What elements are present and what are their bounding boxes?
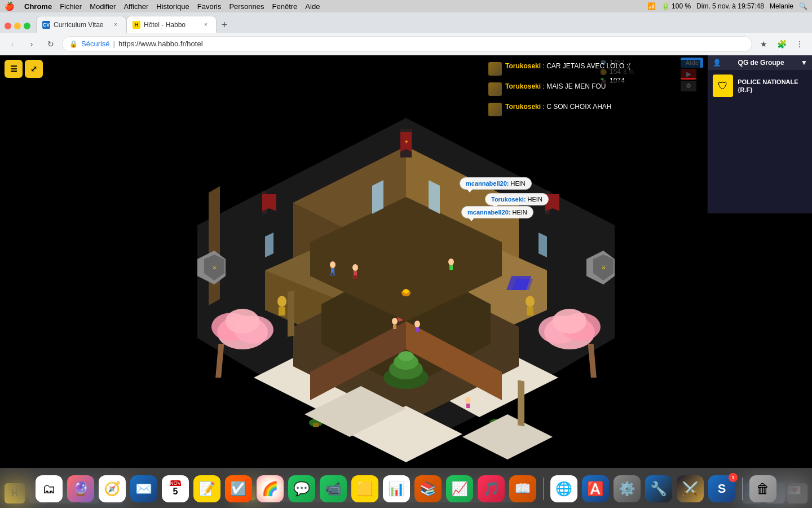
dock-photos[interactable]: 🌈 xyxy=(257,475,284,502)
dock-keynote[interactable]: 📊 xyxy=(383,475,410,502)
datetime: Dim. 5 nov. à 19:57:48 xyxy=(696,2,764,10)
close-window-btn[interactable] xyxy=(5,23,11,29)
dock-numbers[interactable]: 📈 xyxy=(446,475,473,502)
afficher-menu[interactable]: Afficher xyxy=(123,2,148,11)
new-tab-button[interactable]: + xyxy=(217,17,232,33)
dock-word[interactable]: S 1 xyxy=(708,475,735,502)
dock-books[interactable]: 📚 xyxy=(414,475,442,502)
svg-rect-74 xyxy=(393,325,396,329)
svg-point-71 xyxy=(448,259,454,265)
svg-point-53 xyxy=(226,309,259,334)
user-name: Melanie xyxy=(770,2,793,10)
dock-chrome[interactable]: 🌐 xyxy=(550,475,577,502)
svg-point-67 xyxy=(352,264,358,271)
dock: 🗂 🔮 🧭 ✉️ NOV 5 📝 ☑️ 🌈 💬 📹 🟨 📊 📚 📈 🎵 📖 🌐 … xyxy=(0,468,812,508)
favoris-menu[interactable]: Favoris xyxy=(197,2,222,11)
maximize-window-btn[interactable] xyxy=(24,23,30,29)
svg-rect-99 xyxy=(279,307,285,316)
dock-facetime[interactable]: 📹 xyxy=(320,475,347,502)
back-button[interactable]: ‹ xyxy=(5,36,20,52)
dock-messages[interactable]: 💬 xyxy=(288,475,315,502)
dock-reminders[interactable]: ☑️ xyxy=(225,475,252,502)
browser: CV Curriculum Vitae × H Hôtel - Habbo × … xyxy=(0,12,812,508)
chat-bubble-2: Torukoseki: HEIN xyxy=(485,193,549,205)
dock-notes[interactable]: 📝 xyxy=(193,475,220,502)
svg-rect-65 xyxy=(330,273,332,276)
dock-finder[interactable]: 🗂 xyxy=(36,475,63,502)
dock-xcode[interactable]: 🔧 xyxy=(645,475,672,502)
search-icon[interactable]: 🔍 xyxy=(799,2,807,10)
bookmark-button[interactable]: ★ xyxy=(756,36,771,52)
svg-marker-61 xyxy=(265,233,273,257)
svg-rect-80 xyxy=(466,404,470,408)
forward-button[interactable]: › xyxy=(24,36,39,52)
dock-appstore[interactable]: 🅰️ xyxy=(582,475,609,502)
modifier-menu[interactable]: Modifier xyxy=(90,2,116,11)
dock-calendar[interactable]: NOV 5 xyxy=(162,475,189,502)
url-bar[interactable]: 🔒 Sécurisé | https://www.habbo.fr/hotel xyxy=(62,36,752,52)
tab-curriculum[interactable]: CV Curriculum Vitae × xyxy=(36,16,126,33)
addressbar: ‹ › ↻ 🔒 Sécurisé | https://www.habbo.fr/… xyxy=(0,33,812,55)
svg-marker-62 xyxy=(539,233,547,257)
group-badge: 🛡 xyxy=(713,75,733,97)
battery-icon: 🔋 100 % xyxy=(661,2,691,10)
bubble-sender-2: Torukoseki: xyxy=(491,196,528,203)
dock-sysprefs[interactable]: ⚙️ xyxy=(614,475,641,502)
chrome-menu[interactable]: Chrome xyxy=(24,2,52,11)
room-menu-button[interactable]: ☰ xyxy=(5,60,23,78)
svg-point-58 xyxy=(553,309,586,334)
dock-siri[interactable]: 🔮 xyxy=(67,475,94,502)
menubar: 🍎 Chrome Fichier Modifier Afficher Histo… xyxy=(0,0,812,12)
dock-separator-1 xyxy=(543,478,544,500)
svg-point-73 xyxy=(392,318,398,325)
chat-bubble-1: mcannabell20: HEIN xyxy=(460,177,532,190)
minimize-window-btn[interactable] xyxy=(14,23,21,29)
habbo-room[interactable]: ⚜ ⚔ ⚔ xyxy=(152,101,660,462)
tab-close-1[interactable]: × xyxy=(111,20,120,29)
fenetre-menu[interactable]: Fenêtre xyxy=(272,2,298,11)
tab-title-2: Hôtel - Habbo xyxy=(144,21,198,29)
reload-button[interactable]: ↻ xyxy=(43,36,59,52)
svg-point-63 xyxy=(330,261,336,268)
fichier-menu[interactable]: Fichier xyxy=(60,2,82,11)
group-badge-icon: 🛡 xyxy=(718,80,728,92)
svg-rect-64 xyxy=(331,268,334,273)
chat-avatar-3 xyxy=(488,103,502,116)
dock-music[interactable]: 🎵 xyxy=(478,475,505,502)
svg-rect-66 xyxy=(333,273,335,276)
chat-message-3: Torukoseki : C SON CHOIX AHAH xyxy=(484,100,700,119)
group-dropdown-icon[interactable]: ▼ xyxy=(801,59,807,67)
tab-close-2[interactable]: × xyxy=(201,20,210,29)
dock-trash[interactable]: 🗑 xyxy=(749,475,776,502)
personnes-menu[interactable]: Personnes xyxy=(229,2,264,11)
svg-rect-68 xyxy=(354,271,357,275)
chat-bubble-3: mcannabell20: HEIN xyxy=(461,206,533,218)
dock-ibooks[interactable]: 📖 xyxy=(509,475,536,502)
dock-stickies[interactable]: 🟨 xyxy=(351,475,378,502)
svg-point-79 xyxy=(465,397,471,404)
extensions-button[interactable]: 🧩 xyxy=(774,36,789,52)
svg-rect-101 xyxy=(527,307,533,316)
svg-marker-59 xyxy=(372,180,383,214)
tab-title-1: Curriculum Vitae xyxy=(54,21,108,29)
addressbar-right: ★ 🧩 ⋮ xyxy=(756,36,807,52)
group-title-label: QG de Groupe xyxy=(738,59,784,67)
svg-point-100 xyxy=(526,296,535,307)
historique-menu[interactable]: Historique xyxy=(156,2,189,11)
svg-point-88 xyxy=(403,289,409,294)
aide-menu[interactable]: Aide xyxy=(305,2,320,11)
dock-mail[interactable]: ✉️ xyxy=(130,475,157,502)
room-fullscreen-button[interactable]: ⤢ xyxy=(25,60,43,78)
svg-text:⚔: ⚔ xyxy=(212,264,217,270)
svg-text:⚔: ⚔ xyxy=(601,264,606,270)
chat-text-2: Torukoseki : MAIS JE MEN FOU xyxy=(505,82,606,90)
dock-league[interactable]: ⚔️ xyxy=(677,475,704,502)
lock-icon: 🔒 xyxy=(69,40,78,48)
dock-safari[interactable]: 🧭 xyxy=(99,475,126,502)
word-badge: 1 xyxy=(729,473,738,482)
secure-label: Sécurisé xyxy=(81,40,110,48)
svg-marker-95 xyxy=(462,414,553,459)
tab-habbo[interactable]: H Hôtel - Habbo × xyxy=(126,16,217,33)
apple-menu[interactable]: 🍎 xyxy=(5,2,14,11)
chrome-menu-button[interactable]: ⋮ xyxy=(792,36,807,52)
